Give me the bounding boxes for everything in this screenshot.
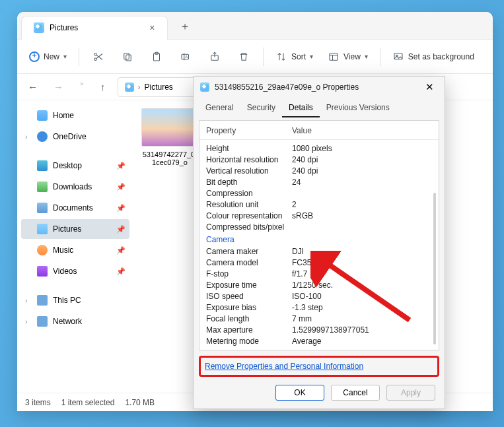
copy-button[interactable] (115, 46, 140, 68)
new-button[interactable]: New ▾ (24, 46, 72, 68)
file-item[interactable]: 53149742277_0f1cec079_o (141, 108, 198, 166)
dialog-buttons: OK Cancel Apply (194, 377, 445, 409)
prop-row: Height1080 pixels (206, 143, 436, 154)
tab-security[interactable]: Security (240, 98, 282, 117)
desktop-icon (37, 160, 48, 171)
remove-properties-highlight: Remove Properties and Personal Informati… (199, 356, 439, 377)
col-property: Property (206, 126, 292, 135)
svg-rect-10 (394, 53, 402, 59)
chevron-down-icon: ▾ (63, 53, 67, 60)
prop-row: Bit depth24 (206, 176, 436, 187)
prop-row: Focal length7 mm (206, 313, 436, 324)
view-icon (328, 51, 340, 63)
copy-icon (122, 51, 133, 63)
back-button[interactable]: ← (24, 79, 42, 95)
titlebar: Pictures × ＋ (17, 12, 493, 40)
sort-label: Sort (291, 52, 306, 61)
sidebar-item-desktop[interactable]: Desktop📌 (21, 156, 129, 176)
thumbnail-image (141, 108, 198, 147)
chevron-down-icon: ▾ (365, 53, 368, 60)
set-background-button[interactable]: Set as background (387, 46, 480, 68)
share-button[interactable] (202, 46, 227, 68)
toolbar: New ▾ A Sort ▾ View ▾ Set as background (17, 40, 493, 74)
sidebar-item-pictures[interactable]: Pictures📌 (21, 219, 129, 239)
sidebar-item-music[interactable]: Music📌 (21, 240, 129, 260)
video-icon (37, 266, 48, 277)
property-list[interactable]: Height1080 pixels Horizontal resolution2… (199, 140, 439, 350)
background-icon (392, 51, 404, 63)
prop-row: Metering modeAverage (206, 335, 436, 346)
sidebar-item-videos[interactable]: Videos📌 (21, 261, 129, 281)
prop-row: Compressed bits/pixel (206, 221, 436, 232)
delete-button[interactable] (231, 46, 256, 68)
rename-icon: A (180, 51, 192, 63)
sidebar: Home ›OneDrive Desktop📌 Downloads📌 Docum… (17, 100, 133, 393)
sidebar-item-documents[interactable]: Documents📌 (21, 198, 129, 218)
svg-rect-2 (124, 53, 129, 59)
status-selection: 1 item selected (61, 398, 115, 407)
paste-button[interactable] (144, 46, 169, 68)
prop-row: F-stopf/1.7 (206, 268, 436, 279)
chevron-down-icon: ▾ (310, 53, 313, 60)
view-button[interactable]: View ▾ (322, 46, 373, 68)
column-header: Property Value (199, 121, 439, 140)
sidebar-item-network[interactable]: ›Network (21, 312, 129, 331)
pictures-icon (34, 22, 44, 33)
properties-dialog: 53149855216_29ae47e09e_o Properties ✕ Ge… (193, 76, 445, 409)
cut-button[interactable] (86, 46, 111, 68)
close-button[interactable]: ✕ (421, 80, 438, 94)
setbg-label: Set as background (408, 52, 474, 61)
new-label: New (44, 52, 59, 61)
prop-row: Resolution unit2 (206, 199, 436, 210)
pictures-icon (125, 82, 134, 92)
sidebar-item-home[interactable]: Home (21, 106, 129, 125)
tab-general[interactable]: General (199, 98, 240, 117)
cloud-icon (37, 131, 48, 142)
sort-icon (275, 51, 287, 63)
prop-row: Horizontal resolution240 dpi (206, 154, 436, 165)
tab-details[interactable]: Details (282, 98, 320, 117)
scissors-icon (92, 51, 104, 63)
breadcrumb-label: Pictures (145, 82, 173, 92)
svg-rect-3 (126, 55, 131, 61)
svg-rect-9 (330, 53, 338, 60)
col-value: Value (292, 126, 312, 135)
plus-circle-icon (29, 51, 40, 62)
apply-button[interactable]: Apply (386, 385, 435, 401)
prop-row: Camera makerDJI (206, 246, 436, 257)
document-icon (37, 203, 48, 213)
clipboard-icon (151, 51, 162, 63)
download-icon (37, 181, 48, 192)
close-tab-icon[interactable]: × (149, 22, 155, 33)
prop-row: Vertical resolution240 dpi (206, 165, 436, 176)
remove-properties-link[interactable]: Remove Properties and Personal Informati… (205, 362, 363, 371)
prop-row: Colour representationsRGB (206, 210, 436, 221)
prop-row: ISO speedISO-100 (206, 290, 436, 302)
view-label: View (343, 52, 361, 61)
up-button[interactable]: ↑ (96, 79, 110, 95)
breadcrumb[interactable]: › Pictures (118, 77, 197, 97)
sidebar-item-thispc[interactable]: ›This PC (21, 290, 129, 310)
image-icon (200, 82, 209, 92)
forward-button[interactable]: → (50, 79, 67, 95)
home-icon (37, 110, 48, 121)
sidebar-item-downloads[interactable]: Downloads📌 (21, 177, 129, 197)
new-tab-button[interactable]: ＋ (180, 20, 190, 34)
computer-icon (37, 295, 48, 306)
dialog-title: 53149855216_29ae47e09e_o Properties (215, 82, 359, 92)
scrollbar[interactable] (433, 193, 436, 345)
active-tab[interactable]: Pictures × (21, 16, 168, 40)
rename-button[interactable]: A (173, 46, 198, 68)
ok-button[interactable]: OK (275, 385, 324, 401)
dialog-tabs: General Security Details Previous Versio… (194, 98, 445, 117)
prop-row: Exposure time1/1250 sec. (206, 279, 436, 290)
cancel-button[interactable]: Cancel (331, 385, 380, 401)
pictures-icon (37, 224, 48, 234)
sort-button[interactable]: Sort ▾ (270, 46, 318, 68)
tab-previous-versions[interactable]: Previous Versions (320, 98, 396, 117)
section-camera: Camera (206, 232, 436, 246)
status-item-count: 3 items (25, 398, 51, 407)
details-pane: Property Value Height1080 pixels Horizon… (199, 120, 439, 350)
sidebar-item-onedrive[interactable]: ›OneDrive (21, 127, 129, 147)
svg-text:A: A (185, 55, 188, 59)
